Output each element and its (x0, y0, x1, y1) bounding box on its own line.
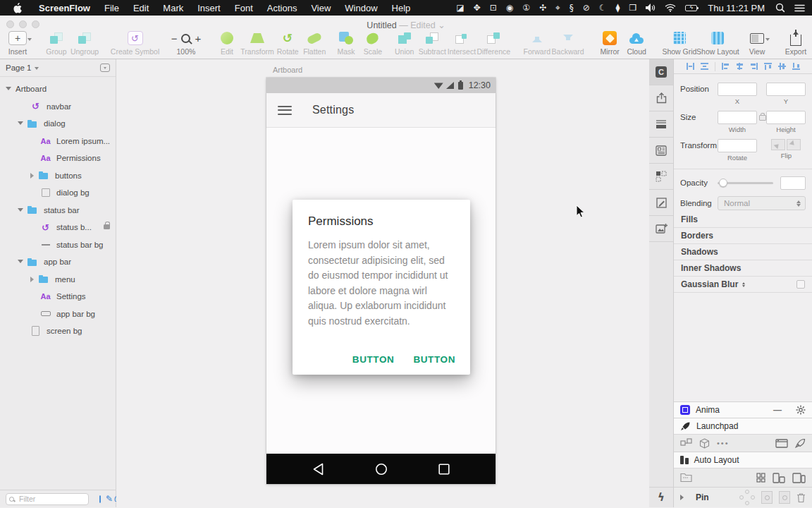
cube-icon[interactable] (699, 438, 710, 449)
grid-squares-icon[interactable] (756, 473, 765, 483)
battery-icon[interactable]: ϟ (685, 5, 697, 11)
selection-panel-tab[interactable] (649, 164, 673, 190)
anima-panel-header[interactable]: Anima — (674, 401, 812, 418)
mask-button[interactable]: Mask (336, 30, 357, 56)
size-height-input[interactable] (766, 111, 806, 124)
phones-icon[interactable] (773, 473, 785, 483)
inner-shadows-section-header[interactable]: Inner Shadows (674, 260, 812, 277)
creative-cloud-icon[interactable]: ◉ (506, 0, 513, 16)
rotate-button[interactable]: ↺ Rotate (277, 30, 298, 56)
capture-app-icon[interactable]: ◪ (456, 0, 464, 16)
apple-icon[interactable] (13, 3, 22, 13)
flip-vertical-button[interactable] (787, 139, 801, 150)
print-styles-tab[interactable] (649, 111, 673, 138)
align-top-icon[interactable] (764, 63, 772, 70)
pin-preset-2-button[interactable] (779, 491, 790, 504)
fills-section-header[interactable]: Fills (674, 212, 812, 228)
view-button[interactable]: View (746, 30, 768, 56)
menu-view[interactable]: View (304, 3, 338, 13)
trash-icon[interactable] (796, 492, 806, 503)
distribute-horizontal-icon[interactable] (687, 63, 694, 70)
lock-icon[interactable] (104, 224, 110, 230)
layer-row-navbar[interactable]: navbar (0, 98, 116, 116)
home-icon[interactable] (375, 463, 388, 476)
menu-font[interactable]: Font (228, 3, 260, 13)
dialog-button-1[interactable]: BUTTON (352, 354, 395, 365)
align-left-icon[interactable] (722, 63, 730, 70)
spotlight-search-icon[interactable] (775, 3, 785, 13)
menu-help[interactable]: Help (385, 3, 418, 13)
recents-icon[interactable] (438, 464, 450, 475)
edit-button[interactable]: Edit (216, 30, 238, 56)
canvas[interactable]: Artboard 12:30 Settings Permissions Lore… (116, 59, 649, 507)
moon-icon[interactable]: ☾ (599, 0, 607, 16)
info-icon[interactable]: ① (522, 0, 530, 16)
show-layout-button[interactable]: Show Layout (700, 30, 736, 56)
page-list-toggle-icon[interactable] (100, 64, 110, 72)
backward-button[interactable]: Backward (554, 30, 582, 56)
disclosure-down-icon[interactable] (18, 119, 27, 128)
tablets-icon[interactable] (792, 473, 806, 483)
insert-button[interactable]: + Insert (7, 30, 28, 56)
gaussian-blur-section-header[interactable]: Gaussian Blur (674, 277, 812, 293)
align-right-icon[interactable] (750, 63, 758, 70)
launchpad-panel-header[interactable]: Launchpad (674, 418, 812, 434)
pin-positions-icon[interactable] (739, 490, 755, 505)
shadows-section-header[interactable]: Shadows (674, 244, 812, 260)
page-selector[interactable]: Page 1 (0, 59, 116, 77)
blending-select[interactable]: Normal (718, 196, 806, 210)
gaussian-blur-checkbox[interactable] (796, 280, 805, 289)
volume-icon[interactable] (646, 4, 656, 12)
layer-row-artboard[interactable]: Artboard (0, 80, 116, 98)
create-symbol-button[interactable]: ↺ Create Symbol (114, 30, 156, 56)
zoom-in-button[interactable]: + (195, 32, 201, 44)
rotate-input[interactable] (718, 139, 757, 152)
flip-horizontal-button[interactable] (771, 139, 785, 150)
layer-row-dialog-bg[interactable]: dialog bg (0, 184, 116, 202)
ungroup-button[interactable]: Ungroup (73, 30, 97, 56)
distribute-vertical-icon[interactable] (701, 63, 708, 70)
intersect-button[interactable]: Intersect (450, 30, 474, 56)
artboard-label[interactable]: Artboard (273, 66, 302, 74)
share-tab[interactable] (649, 85, 673, 111)
difference-button[interactable]: Difference (479, 30, 508, 56)
layer-row-buttons[interactable]: buttons (0, 167, 116, 185)
menubar-clock[interactable]: Thu 11:21 PM (708, 3, 765, 13)
dropbox-icon[interactable]: ✥ (474, 0, 481, 16)
menu-window[interactable]: Window (338, 3, 384, 13)
gear-icon[interactable] (796, 405, 806, 415)
clipboard-icon[interactable]: ❒ (629, 0, 637, 16)
cloud-button[interactable]: Cloud (626, 30, 647, 56)
dialog-button-2[interactable]: BUTTON (413, 354, 455, 365)
edit-frame-tab[interactable] (649, 190, 673, 216)
union-button[interactable]: Union (394, 30, 415, 56)
layer-row-permissions-text[interactable]: Permissions (0, 150, 116, 167)
menu-actions[interactable]: Actions (260, 3, 304, 13)
transform-button[interactable]: Transform (243, 30, 271, 56)
wifi-icon[interactable] (665, 4, 676, 12)
quick-actions-tab[interactable]: ϟ (649, 487, 673, 507)
opacity-value-input[interactable] (780, 176, 806, 190)
add-image-tab[interactable] (649, 216, 673, 242)
target-icon[interactable]: ⌖ (555, 0, 560, 16)
disclosure-down-icon[interactable] (6, 85, 16, 93)
layer-row-screen-bg[interactable]: screen bg (0, 322, 116, 340)
disclosure-down-icon[interactable] (18, 258, 27, 266)
hamburger-menu-icon[interactable] (278, 106, 292, 115)
position-y-input[interactable] (766, 83, 806, 96)
borders-section-header[interactable]: Borders (674, 228, 812, 244)
back-icon[interactable] (312, 463, 324, 476)
c-plugin-tab[interactable]: C (649, 59, 673, 85)
layer-row-status-b-symbol[interactable]: status b... (0, 219, 116, 236)
slider-knob[interactable] (719, 179, 727, 187)
zoom-out-button[interactable]: − (171, 32, 178, 44)
disclosure-down-icon[interactable] (18, 206, 27, 214)
flatten-button[interactable]: Flatten (304, 30, 325, 56)
zoom-control[interactable]: − + 100% (173, 30, 199, 56)
align-middle-vertical-icon[interactable] (778, 63, 786, 70)
align-center-horizontal-icon[interactable] (736, 63, 744, 70)
opacity-slider[interactable] (718, 182, 773, 184)
rocket-preview-icon[interactable] (795, 438, 806, 449)
artboard[interactable]: 12:30 Settings Permissions Lorem ipsum d… (266, 78, 496, 484)
document-panel-tab[interactable] (649, 138, 673, 164)
